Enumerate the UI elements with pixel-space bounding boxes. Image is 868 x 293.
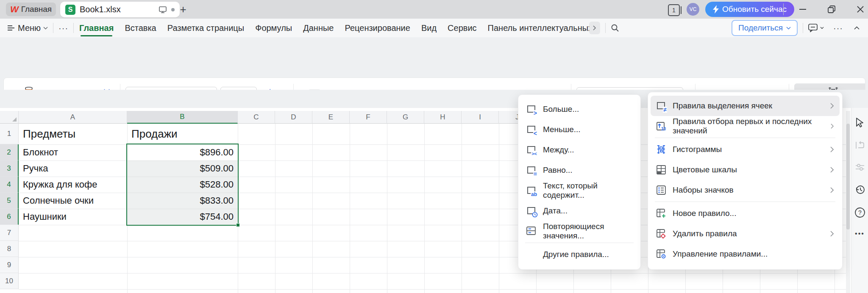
tab-formulas[interactable]: Формулы (255, 19, 292, 37)
tab-home[interactable]: Главная (79, 19, 114, 37)
menu-item-clear-rules[interactable]: Удалить правила (651, 224, 840, 244)
column-header-E[interactable]: E (312, 111, 350, 124)
cell-A4[interactable]: Кружка для кофе (19, 177, 127, 193)
cell-A6[interactable]: Наушники (19, 209, 127, 225)
more-tools-icon[interactable]: ••• (855, 230, 865, 238)
chevron-right-icon (830, 187, 834, 193)
row-header-9[interactable]: 9 (0, 257, 19, 273)
tab-tools[interactable]: Сервис (447, 19, 477, 37)
window-count-badge[interactable]: 1 (668, 4, 680, 16)
menu-item-top-bottom-rules[interactable]: 10 Правила отбора первых и последних зна… (651, 116, 840, 136)
share-button[interactable]: Поделиться (732, 20, 798, 36)
menu-item-data-bars[interactable]: Гистограммы (651, 139, 840, 160)
menu-item-greater-than[interactable]: > Больше... (521, 99, 638, 119)
cell-B3[interactable]: $509.00 (127, 160, 238, 177)
cell-A1[interactable]: Предметы (19, 124, 127, 144)
row-header-2[interactable]: 2 (0, 144, 19, 160)
minimize-button[interactable] (797, 5, 809, 14)
tab-page-layout[interactable]: Разметка страницы (167, 19, 245, 37)
history-icon[interactable] (854, 184, 865, 195)
close-button[interactable] (854, 5, 866, 14)
collapse-ribbon-button[interactable] (854, 26, 860, 30)
monitor-icon (159, 6, 167, 14)
home-tab[interactable]: W Главная (6, 3, 56, 16)
new-tab-button[interactable]: + (177, 3, 189, 15)
row-header-1[interactable]: 1 (0, 124, 19, 144)
cell-B1[interactable]: Продажи (127, 124, 238, 144)
menu-item-equal-to[interactable]: = Равно... (521, 160, 638, 180)
column-header-B[interactable]: B (127, 111, 238, 124)
settings-sliders-icon[interactable] (855, 162, 865, 172)
column-header-I[interactable]: I (462, 111, 499, 124)
row-header-3[interactable]: 3 (0, 160, 19, 177)
cell-B6[interactable]: $754.00 (127, 209, 238, 225)
row-header-5[interactable]: 5 (0, 193, 19, 209)
update-now-button[interactable]: Обновить сейчас (705, 2, 794, 17)
titlebar-divider (783, 3, 784, 15)
more-options-button[interactable]: ··· (833, 23, 843, 33)
hamburger-icon (8, 25, 14, 30)
row-header-8[interactable]: 8 (0, 241, 19, 257)
document-tab[interactable]: S Book1.xlsx (60, 2, 180, 17)
menu-item-color-scales[interactable]: Цветовые шкалы (651, 160, 840, 180)
tab-review[interactable]: Рецензирование (344, 19, 410, 37)
menu-button[interactable]: Меню (18, 23, 41, 33)
help-icon[interactable]: ? (854, 207, 865, 218)
restore-button[interactable] (826, 5, 837, 14)
date-rule-icon (526, 205, 537, 216)
tabs-overflow-button[interactable] (589, 22, 600, 34)
less-rule-icon: < (526, 124, 537, 135)
svg-text:?: ? (858, 209, 862, 216)
menu-item-highlight-cells-rules[interactable]: ≠ Правила выделения ячеек (651, 96, 840, 116)
chevron-down-icon (786, 27, 791, 30)
icon-sets-icon (656, 185, 667, 196)
menu-item-less-than[interactable]: < Меньше... (521, 119, 638, 140)
column-header-A[interactable]: A (19, 111, 127, 124)
tab-insert[interactable]: Вставка (124, 19, 156, 37)
tab-smart-toolbox[interactable]: Панель интеллектуальных инструм (487, 19, 589, 37)
menubar-overflow-button[interactable]: ··· (58, 23, 68, 33)
column-header-C[interactable]: C (238, 111, 275, 124)
tab-data[interactable]: Данные (303, 19, 334, 37)
menu-item-more-rules[interactable]: Другие правила... (521, 244, 638, 265)
menu-item-text-contains[interactable]: ab Текст, который содержит... (521, 180, 638, 201)
select-all-corner[interactable] (0, 111, 19, 124)
row-header-10[interactable]: 10 (0, 273, 19, 289)
spreadsheet-doc-icon: S (65, 5, 75, 15)
chevron-right-icon (830, 103, 834, 109)
comments-button[interactable] (808, 24, 824, 32)
tab-view[interactable]: Вид (421, 19, 437, 37)
cell-B5[interactable]: $833.00 (127, 193, 238, 209)
new-rule-icon (656, 208, 667, 219)
column-header-D[interactable]: D (275, 111, 312, 124)
cell-A5[interactable]: Солнечные очки (19, 193, 127, 209)
chevron-down-icon (43, 27, 48, 30)
column-header-H[interactable]: H (424, 111, 462, 124)
avatar[interactable]: VC (687, 3, 699, 16)
reuse-loop-icon[interactable] (855, 140, 865, 150)
cell-B2[interactable]: $896.00 (127, 144, 238, 160)
highlight-cells-rules-submenu: > Больше... < Меньше... >< Между... = Ра… (518, 94, 641, 270)
menu-item-duplicate-values[interactable]: Повторяющиеся значения... (521, 221, 638, 241)
menu-item-manage-rules[interactable]: Управление правилами... (651, 244, 840, 264)
menu-item-date[interactable]: Дата... (521, 201, 638, 221)
column-header-G[interactable]: G (387, 111, 424, 124)
menu-item-icon-sets[interactable]: Наборы значков (651, 180, 840, 200)
cell-B4[interactable]: $528.00 (127, 177, 238, 193)
home-tab-label: Главная (21, 5, 52, 14)
menu-item-between[interactable]: >< Между... (521, 140, 638, 160)
row-header-6[interactable]: 6 (0, 209, 19, 225)
vertical-scrollbar-thumb[interactable] (846, 124, 850, 229)
row-header-7[interactable]: 7 (0, 225, 19, 241)
menu-item-new-rule[interactable]: Новое правило... (651, 203, 840, 224)
manage-rules-icon (656, 249, 667, 260)
row-header-4[interactable]: 4 (0, 177, 19, 193)
fill-handle[interactable] (236, 223, 240, 227)
cell-A3[interactable]: Ручка (19, 160, 127, 177)
column-header-F[interactable]: F (350, 111, 387, 124)
search-icon[interactable] (611, 24, 619, 32)
select-cursor-icon[interactable] (855, 117, 865, 128)
divider (803, 23, 803, 33)
cell-A2[interactable]: Блокнот (19, 144, 127, 160)
menu-bar: Меню ··· Главная Вставка Разметка страни… (0, 19, 868, 37)
